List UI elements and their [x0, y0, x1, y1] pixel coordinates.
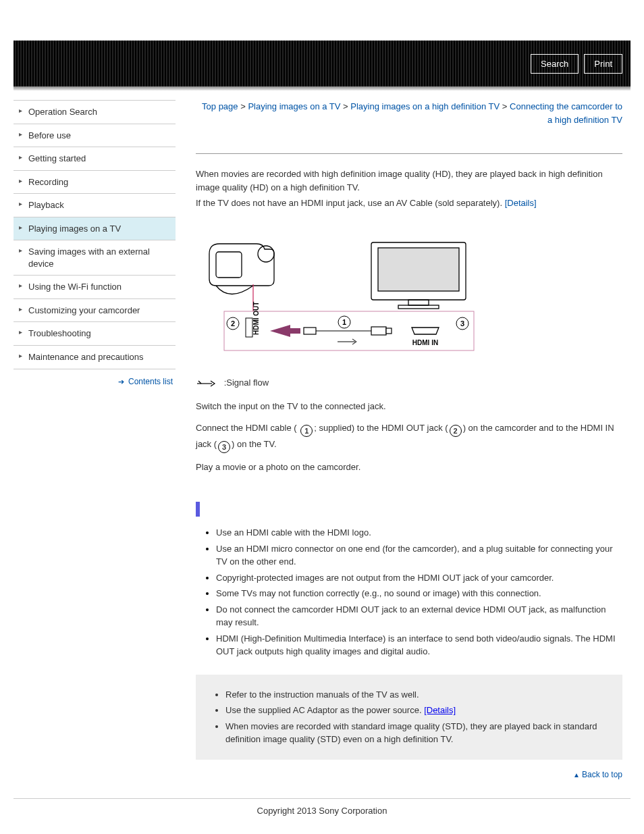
tip-item: Refer to the instruction manuals of the …	[225, 688, 613, 702]
nav-troubleshooting[interactable]: Troubleshooting	[14, 322, 176, 346]
connection-diagram: 2 HDMI OUT	[196, 224, 622, 359]
svg-text:1: 1	[342, 318, 346, 326]
note-item: Use an HDMI cable with the HDMI logo.	[216, 526, 622, 540]
breadcrumb: Top page > Playing images on a TV > Play…	[196, 100, 622, 126]
triangle-up-icon: ▲	[573, 771, 580, 779]
intro-p1: When movies are recorded with high defin…	[196, 167, 622, 194]
signal-flow-row: :Signal flow	[196, 375, 622, 392]
nav-playing-on-tv[interactable]: Playing images on a TV	[14, 217, 176, 241]
signal-flow-icon	[196, 377, 219, 392]
note-item: Copyright-protected images are not outpu…	[216, 571, 622, 585]
step-1: Switch the input on the TV to the connec…	[196, 399, 622, 414]
step-3: Play a movie or a photo on the camcorder…	[196, 460, 622, 475]
note-item: Do not connect the camcorder HDMI OUT ja…	[216, 603, 622, 629]
svg-rect-6	[398, 305, 439, 309]
nav-saving-images[interactable]: Saving images with an external device	[14, 240, 176, 276]
arrow-right-icon: ➔	[118, 377, 124, 386]
svg-rect-14	[304, 328, 316, 334]
svg-rect-17	[386, 328, 392, 334]
step-2: Connect the HDMI cable ( 1; supplied) to…	[196, 421, 622, 454]
back-to-top-row: ▲Back to top	[196, 769, 622, 779]
crumb-top[interactable]: Top page	[202, 101, 238, 111]
footer: Copyright 2013 Sony Corporation	[14, 798, 630, 818]
note-item: Use an HDMI micro connector on one end (…	[216, 542, 622, 569]
circled-2-icon: 2	[450, 425, 462, 437]
tips-box: Refer to the instruction manuals of the …	[196, 675, 622, 760]
nav-customizing[interactable]: Customizing your camcorder	[14, 299, 176, 323]
svg-rect-5	[408, 300, 429, 305]
circled-3-icon: 3	[218, 441, 230, 453]
svg-rect-11	[246, 318, 252, 337]
section-accent-icon	[196, 502, 200, 517]
svg-text:HDMI IN: HDMI IN	[412, 339, 438, 346]
contents-list-row: ➔ Contents list	[14, 369, 176, 386]
crumb-current: Connecting the camcorder to a high defin…	[510, 101, 622, 125]
details-link[interactable]: [Details]	[424, 705, 456, 715]
svg-text:2: 2	[231, 319, 235, 328]
nav-getting-started[interactable]: Getting started	[14, 147, 176, 171]
contents-list-link[interactable]: Contents list	[128, 377, 173, 386]
tip-item: When movies are recorded with standard i…	[225, 720, 613, 746]
intro-p2: If the TV does not have an HDMI input ja…	[196, 197, 622, 210]
note-item: HDMI (High-Definition Multimedia Interfa…	[216, 632, 622, 658]
sidebar-nav: Operation Search Before use Getting star…	[14, 100, 176, 369]
crumb-2[interactable]: Playing images on a high definition TV	[350, 101, 500, 111]
circled-1-icon: 1	[300, 425, 313, 437]
steps: :Signal flow Switch the input on the TV …	[196, 375, 622, 475]
svg-marker-12	[270, 325, 290, 337]
main-content: Top page > Playing images on a TV > Play…	[196, 100, 630, 785]
svg-text:3: 3	[460, 319, 464, 328]
svg-rect-4	[378, 248, 459, 291]
nav-maintenance[interactable]: Maintenance and precautions	[14, 346, 176, 369]
print-button[interactable]: Print	[584, 54, 622, 74]
crumb-sep: >	[240, 101, 248, 111]
nav-playback[interactable]: Playback	[14, 194, 176, 217]
note-item: Some TVs may not function correctly (e.g…	[216, 587, 622, 600]
header-banner: Search Print	[14, 41, 630, 86]
back-to-top-link[interactable]: Back to top	[582, 770, 622, 779]
svg-text:HDMI OUT: HDMI OUT	[252, 301, 260, 334]
intro-text: When movies are recorded with high defin…	[196, 167, 622, 210]
divider	[196, 153, 622, 154]
svg-rect-16	[371, 327, 386, 335]
search-button[interactable]: Search	[531, 54, 579, 74]
tip-item: Use the supplied AC Adaptor as the power…	[225, 704, 613, 717]
sidebar: Operation Search Before use Getting star…	[14, 100, 176, 785]
nav-before-use[interactable]: Before use	[14, 124, 176, 148]
nav-wifi[interactable]: Using the Wi-Fi function	[14, 276, 176, 299]
signal-flow-label: :Signal flow	[224, 377, 269, 388]
svg-point-0	[258, 246, 274, 262]
intro-p2-text: If the TV does not have an HDMI input ja…	[196, 198, 505, 208]
crumb-sep: >	[502, 101, 510, 111]
crumb-sep: >	[343, 101, 350, 111]
details-link[interactable]: [Details]	[505, 198, 537, 208]
nav-operation-search[interactable]: Operation Search	[14, 101, 176, 124]
crumb-1[interactable]: Playing images on a TV	[248, 101, 340, 111]
copyright-text: Copyright 2013 Sony Corporation	[257, 806, 387, 816]
notes-list: Use an HDMI cable with the HDMI logo. Us…	[196, 526, 622, 658]
svg-rect-1	[216, 252, 242, 278]
nav-recording[interactable]: Recording	[14, 171, 176, 194]
